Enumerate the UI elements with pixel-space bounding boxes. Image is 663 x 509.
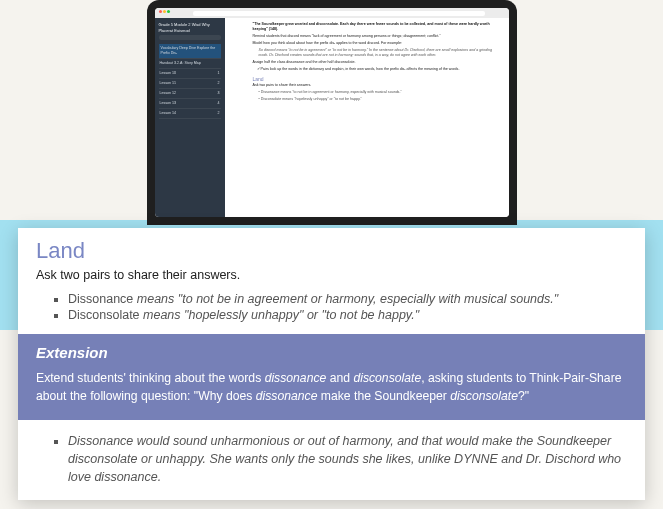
doc-line: Remind students that discord means "lack… (253, 34, 501, 39)
app-sidebar: Grade 5 Module 2 Wisd Why Placerat Euism… (155, 18, 225, 217)
mini-land-heading: Land (253, 76, 501, 83)
sidebar-item[interactable]: Vocabulary Deep Dive Explore the Prefix … (159, 44, 221, 59)
laptop-screen: Grade 5 Module 2 Wisd Why Placerat Euism… (155, 8, 509, 217)
window-controls (159, 10, 171, 15)
sample-answer-list: Dissonance would sound unharmonious or o… (36, 432, 627, 486)
lesson-card: Land Ask two pairs to share their answer… (18, 228, 645, 500)
address-bar[interactable] (193, 11, 485, 16)
sidebar-item[interactable]: Lesson 142 (159, 109, 221, 119)
extension-text: Extend students' thinking about the word… (36, 369, 627, 406)
sidebar-item[interactable]: Lesson 101 (159, 69, 221, 79)
doc-quote: "The Soundkeeper grew worried and discon… (253, 22, 501, 32)
definition-item: Dissonance means "to not be in agreement… (68, 292, 627, 306)
mini-bullet: ▪ Disconsolate means "hopelessly unhappy… (253, 97, 501, 102)
mini-prompt: Ask two pairs to share their answers. (253, 83, 501, 88)
doc-line: Model how you think aloud about how the … (253, 41, 501, 46)
document-page: "The Soundkeeper grew worried and discon… (225, 18, 509, 217)
doc-task: ✓ Pairs look up the words in the diction… (253, 67, 501, 72)
sample-answer: Dissonance would sound unharmonious or o… (68, 432, 627, 486)
laptop-mock: Grade 5 Module 2 Wisd Why Placerat Euism… (147, 0, 517, 225)
browser-chrome (155, 8, 509, 18)
sidebar-item[interactable]: Lesson 112 (159, 79, 221, 89)
doc-example: So discord means "to not be in agreement… (253, 48, 501, 58)
sidebar-item[interactable]: Handout 3.2.A: Story Map (159, 59, 221, 69)
definition-item: Disconsolate means "hopelessly unhappy" … (68, 308, 627, 322)
extension-block: Extension Extend students' thinking abou… (18, 334, 645, 420)
definition-list: Dissonance means "to not be in agreement… (36, 292, 627, 322)
sidebar-search[interactable] (159, 35, 221, 40)
mini-bullet: ▪ Dissonance means "to not be in agreeme… (253, 90, 501, 95)
extension-heading: Extension (36, 344, 627, 361)
sidebar-item[interactable]: Lesson 134 (159, 99, 221, 109)
sidebar-title: Grade 5 Module 2 Wisd Why Placerat Euism… (159, 22, 221, 33)
doc-line: Assign half the class dissonance and the… (253, 60, 501, 65)
section-heading-land: Land (36, 238, 627, 264)
instruction-prompt: Ask two pairs to share their answers. (36, 268, 627, 282)
sidebar-item[interactable]: Lesson 123 (159, 89, 221, 99)
